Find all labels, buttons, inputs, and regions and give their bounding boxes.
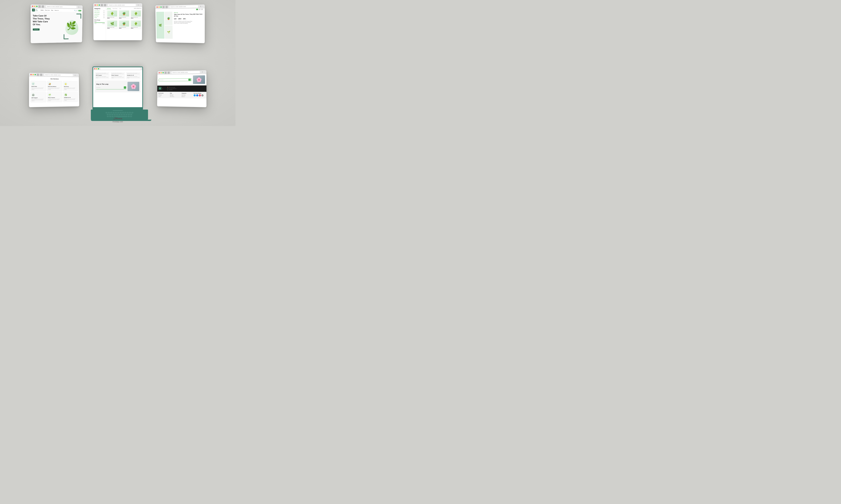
- url-bar[interactable]: Search or enter website name: [172, 71, 200, 74]
- cat-big-plants[interactable]: Big Plants (32): [95, 15, 105, 17]
- search-icon[interactable]: 🔍: [74, 10, 76, 11]
- laptop-service-2-title: Plants Tratment: [111, 75, 124, 76]
- shop-item-6[interactable]: 🌵 Green & Purple Cactus $49.00: [130, 20, 142, 30]
- forward-btn[interactable]: ›: [104, 4, 106, 6]
- forward-btn[interactable]: ›: [40, 73, 42, 76]
- key: [118, 114, 120, 115]
- cat-potter-plants[interactable]: Potter Plants (32): [95, 12, 105, 14]
- about-small-image-2: 🌱: [165, 25, 173, 39]
- back-btn[interactable]: ‹: [162, 6, 165, 8]
- url-bar[interactable]: Search or enter website name: [170, 5, 198, 8]
- footer-link-big-plants[interactable]: Big Plants: [182, 96, 193, 97]
- footer-send-button[interactable]: →: [188, 79, 191, 81]
- nav-plant-care[interactable]: Plant Care: [45, 10, 50, 11]
- footer-email-wrap: Your Email →: [159, 78, 192, 82]
- nav-blog[interactable]: Blog: [51, 10, 53, 11]
- laptop-service-3-desc: Lorem ipsum dolor sit amet consectetur a…: [127, 76, 140, 78]
- shop-item-3[interactable]: 🌵 Green & Purple Cactus $49.00: [130, 10, 142, 19]
- close-dot: [159, 72, 160, 73]
- service-desc-delivery: Lorem ipsum dolor sit amet consectetur a…: [48, 87, 61, 90]
- key: [107, 114, 109, 115]
- footer-email-input[interactable]: Your Email →: [159, 78, 192, 82]
- maximize-dot: [160, 6, 162, 7]
- twitter-icon[interactable]: t: [194, 94, 195, 96]
- settings-icon[interactable]: ⋯: [80, 6, 81, 8]
- newsletter-placeholder[interactable]: Your Email: [96, 87, 100, 88]
- hero-main: Take Care Of The Tress, They Will Take C…: [31, 12, 83, 43]
- back-btn[interactable]: ‹: [38, 5, 41, 8]
- footer-col-social: Our Social Media t f ig @: [194, 93, 205, 97]
- plus-icon[interactable]: +: [79, 6, 80, 8]
- price-slider[interactable]: [95, 22, 105, 23]
- laptop-service-1-desc: Lorem ipsum dolor sit amet consectetur a…: [96, 76, 108, 78]
- forward-btn[interactable]: ›: [166, 6, 168, 8]
- shop-item-5[interactable]: 🪴 Green & Purple Cactus $49.00: [118, 20, 130, 30]
- filter-new[interactable]: New Arrivals: [112, 8, 118, 9]
- shop-main: All Plants New Arrivals Sale Sort By: De…: [106, 7, 142, 40]
- close-dot: [157, 6, 158, 8]
- hero-plant-image: [65, 20, 79, 35]
- delivery-icon: 🚚: [48, 82, 51, 86]
- laptop-service-1-title: 24X7 Support: [96, 75, 108, 76]
- footer-link-potter-plants[interactable]: Patter Plants: [182, 95, 193, 96]
- footer-logo-area: G reenarden: [159, 87, 166, 90]
- footer-link-my-account[interactable]: My Account: [158, 94, 169, 95]
- shop-item-1[interactable]: 🌵 Green & Purple Cactus $49.00: [107, 10, 118, 19]
- shop-sidebar: Categories Home Plants (32) Potter Plant…: [93, 7, 106, 40]
- support-icon: 🎧: [32, 93, 35, 97]
- close-dot: [32, 6, 33, 7]
- hero-text-area: Take Care Of The Tress, They Will Take C…: [31, 12, 62, 43]
- forward-btn[interactable]: ›: [168, 71, 170, 74]
- laptop-screen: Lorem ipsum dolor sit amet consectetur a…: [92, 67, 143, 108]
- filter-all[interactable]: All Plants: [107, 8, 111, 9]
- back-btn[interactable]: ‹: [165, 72, 167, 74]
- instagram-icon[interactable]: ig: [199, 94, 201, 96]
- maximize-dot: [99, 4, 100, 6]
- page-2[interactable]: 2: [199, 9, 200, 10]
- footer-newsletter-section: Your Email → 🌸: [157, 74, 206, 86]
- shop-item-4[interactable]: 🌿 Green & Purple Cactus $49.00: [107, 20, 118, 30]
- footer-link-home-plants[interactable]: Home Plants: [182, 94, 193, 95]
- back-btn[interactable]: ‹: [101, 4, 103, 6]
- page-3[interactable]: 3: [201, 8, 203, 10]
- footer-logo-icon: G: [159, 87, 161, 90]
- footer-link-how-to-buy[interactable]: How To Buy: [170, 95, 181, 96]
- forward-btn[interactable]: ›: [42, 5, 44, 8]
- logo-text: reenarden: [35, 9, 38, 11]
- shop-item-2[interactable]: 🪴 Green & Purple Cactus $49.00: [118, 10, 130, 19]
- next-page-icon[interactable]: ›: [204, 8, 204, 10]
- cart-icon[interactable]: 🛒: [76, 10, 78, 11]
- key: [117, 112, 119, 113]
- newsletter-submit-button[interactable]: →: [124, 86, 126, 89]
- quick-order-icon: 🛒: [32, 82, 35, 86]
- footer-link-help-center[interactable]: Help Center: [170, 94, 181, 95]
- nav-home[interactable]: Home: [41, 10, 44, 11]
- key: [108, 112, 110, 113]
- filter-sale[interactable]: Sale: [119, 8, 122, 9]
- shop-item-image-6: 🌵: [131, 21, 141, 26]
- footer-link-how-to-return[interactable]: How To Return: [170, 96, 181, 97]
- back-btn[interactable]: ‹: [37, 73, 39, 76]
- url-bar[interactable]: Search or enter website name: [108, 4, 136, 6]
- cat-home-plants[interactable]: Home Plants (32): [95, 10, 105, 12]
- cat-seeds[interactable]: Seeds (32): [95, 17, 105, 18]
- nav-about[interactable]: About Us: [54, 10, 59, 11]
- laptop-browser-bar: [93, 67, 142, 70]
- email-social-icon[interactable]: @: [201, 94, 203, 96]
- scene: ‹ › Search or enter website name + ⋯ G r…: [0, 0, 236, 126]
- page-1[interactable]: 1: [196, 9, 198, 10]
- sort-label[interactable]: Sort By: Default Sort ▾: [134, 8, 141, 9]
- url-bar[interactable]: Search or enter website name: [44, 74, 73, 76]
- facebook-icon[interactable]: f: [196, 94, 198, 96]
- shop-item-image-4: 🌿: [107, 21, 117, 26]
- laptop-url-bar[interactable]: [100, 68, 141, 70]
- url-bar[interactable]: Search or enter website name: [46, 5, 76, 8]
- footer-link-stores[interactable]: Our Stores: [158, 95, 169, 96]
- cat-small-plants[interactable]: Small Plants (32): [95, 14, 105, 15]
- about-text-area: About Us Take Care Of The Tress, They Wi…: [173, 11, 205, 40]
- service-quick-order: 🛒 Quick Order Lorem ipsum dolor sit amet…: [31, 81, 46, 91]
- footer-link-career[interactable]: Carrear: [158, 96, 169, 97]
- hero-image-area: [61, 12, 83, 42]
- maximize-dot: [36, 6, 37, 7]
- shop-now-button[interactable]: Shop Now: [33, 29, 39, 31]
